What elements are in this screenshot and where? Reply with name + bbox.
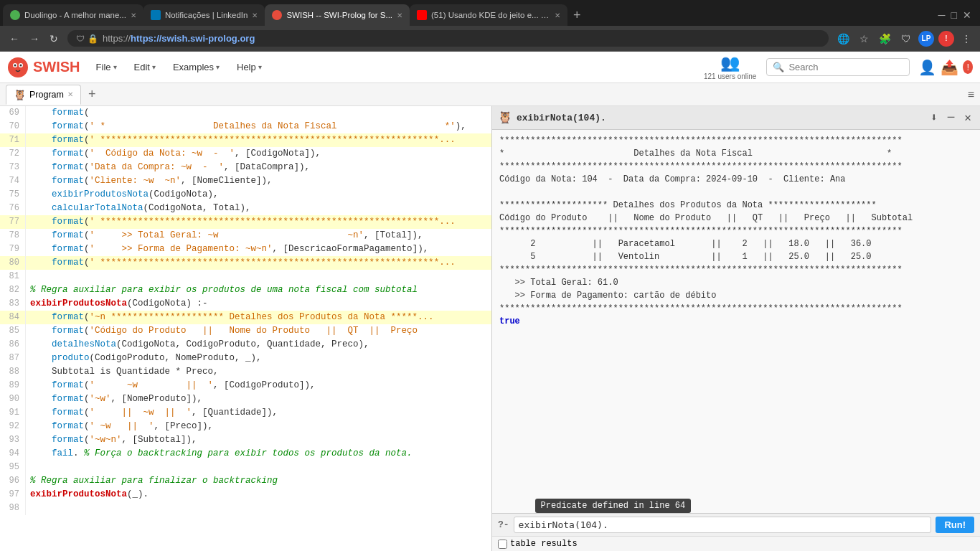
tab-favicon-duolingo xyxy=(10,10,20,20)
code-line-89: 89 format(' ~w || ', [CodigoProduto]), xyxy=(0,379,491,392)
new-tab-button[interactable]: + xyxy=(567,8,587,23)
output-sep3: ****************************************… xyxy=(499,226,903,236)
code-line-91: 91 format(' || ~w || ', [Quantidade]), xyxy=(0,406,491,420)
results-bar: table results xyxy=(492,536,980,551)
menu-file[interactable]: File ▾ xyxy=(89,59,124,75)
browser-chrome: Duolingo - A melhor mane... ✕ Notificaçõ… xyxy=(0,0,980,52)
nav-buttons: ← → ↻ xyxy=(6,32,62,46)
code-line-77: 77 format(' ****************************… xyxy=(0,215,491,229)
url-bar[interactable]: 🛡 🔒 https://https://swish.swi-prolog.org xyxy=(67,30,829,47)
code-line-92: 92 format(' ~w || ', [Preco]), xyxy=(0,420,491,433)
users-widget[interactable]: 👥 121 users online xyxy=(704,54,756,80)
tab-swish[interactable]: SWISH -- SWI-Prolog for S... ✕ xyxy=(265,4,410,26)
code-editor[interactable]: 69 format( 70 format(' * Detalhes da Not… xyxy=(0,106,492,551)
notification-badge[interactable]: ! xyxy=(938,31,954,47)
menu-help[interactable]: Help ▾ xyxy=(230,59,269,75)
output-sep1: ****************************************… xyxy=(499,136,903,146)
profile-button[interactable]: LP xyxy=(918,31,934,47)
menu-icon[interactable]: ⋮ xyxy=(958,32,974,46)
tab-duolingo[interactable]: Duolingo - A melhor mane... ✕ xyxy=(3,4,143,26)
code-line-78: 78 format(' >> Total Geral: ~w ~n', [Tot… xyxy=(0,229,491,242)
search-input[interactable] xyxy=(788,62,909,72)
output-minimize-btn[interactable]: ─ xyxy=(945,110,958,126)
query-input[interactable] xyxy=(514,517,932,533)
run-button[interactable]: Run! xyxy=(936,517,974,533)
lock-icon: 🔒 xyxy=(88,34,98,44)
tab-label-youtube: (51) Usando KDE do jeito e... REPRODUZIN… xyxy=(431,11,550,19)
tab-bar: Duolingo - A melhor mane... ✕ Notificaçõ… xyxy=(0,0,980,26)
minimize-icon[interactable]: ─ xyxy=(938,9,946,21)
code-line-94: 94 fail. % Força o backtracking para exi… xyxy=(0,447,491,461)
menu-examples[interactable]: Examples ▾ xyxy=(166,59,227,75)
code-line-82: 82 % Regra auxiliar para exibir os produ… xyxy=(0,283,491,297)
users-icon: 👥 xyxy=(720,54,740,72)
url-security-icons: 🛡 🔒 xyxy=(76,34,98,44)
code-line-69: 69 format( xyxy=(0,106,491,120)
output-sep5: ****************************************… xyxy=(499,303,903,314)
edit-caret-icon: ▾ xyxy=(152,63,156,71)
tab-youtube[interactable]: (51) Usando KDE do jeito e... REPRODUZIN… xyxy=(410,4,567,26)
code-area[interactable]: 69 format( 70 format(' * Detalhes da Not… xyxy=(0,106,491,551)
close-icon[interactable]: ✕ xyxy=(963,9,971,21)
tab-close-swish[interactable]: ✕ xyxy=(397,11,402,19)
predicate-tooltip: Predicate defined in line 64 xyxy=(535,499,692,513)
tab-close-duolingo[interactable]: ✕ xyxy=(131,11,136,19)
code-line-79: 79 format(' >> Forma de Pagamento: ~w~n'… xyxy=(0,242,491,256)
output-sep2: ****************************************… xyxy=(499,161,903,171)
table-results-checkbox[interactable]: table results xyxy=(498,539,578,549)
output-header-line: * Detalhes da Nota Fiscal * xyxy=(499,149,892,159)
swish-owl-icon xyxy=(7,57,29,78)
main-content: 69 format( 70 format(' * Detalhes da Not… xyxy=(0,106,980,551)
code-line-76: 76 calcularTotalNota(CodigoNota, Total), xyxy=(0,202,491,215)
tab-label-linkedin: Notificações | LinkedIn xyxy=(165,11,248,19)
maximize-icon[interactable]: □ xyxy=(951,9,957,21)
tab-program-close[interactable]: ✕ xyxy=(67,90,73,98)
code-line-83: 83 exibirProdutosNota(CodigoNota) :- xyxy=(0,297,491,311)
code-line-88: 88 Subtotal is Quantidade * Preco, xyxy=(0,365,491,379)
swish-brand: SWISH xyxy=(33,59,80,75)
output-products-sep: ********************* Detalhes dos Produ… xyxy=(499,200,877,210)
output-close-btn[interactable]: ✕ xyxy=(961,109,974,126)
add-file-button[interactable]: + xyxy=(84,87,100,102)
user-avatar-icon[interactable]: 👤 xyxy=(918,59,936,76)
alert-icon[interactable]: ! xyxy=(963,60,973,74)
tab-linkedin[interactable]: Notificações | LinkedIn ✕ xyxy=(143,4,265,26)
code-line-90: 90 format('~w', [NomeProduto]), xyxy=(0,392,491,406)
back-button[interactable]: ← xyxy=(6,32,23,46)
tab-close-linkedin[interactable]: ✕ xyxy=(252,11,258,19)
shield-ext-icon[interactable]: 🛡 xyxy=(898,32,914,46)
forward-button[interactable]: → xyxy=(26,32,43,46)
output-download-btn[interactable]: ⬇ xyxy=(928,109,941,126)
swish-app: SWISH File ▾ Edit ▾ Examples ▾ Help ▾ 👥 … xyxy=(0,52,980,551)
query-input-wrap: Predicate defined in line 64 xyxy=(514,517,932,533)
share-icon[interactable]: 📤 xyxy=(941,59,958,76)
extensions-icon[interactable]: 🧩 xyxy=(876,32,894,46)
users-count: 121 users online xyxy=(704,72,756,80)
tab-close-youtube[interactable]: ✕ xyxy=(555,11,560,19)
star-icon[interactable]: ☆ xyxy=(857,32,872,46)
output-header: 🦉 exibirNota(104). ⬇ ─ ✕ xyxy=(492,106,980,130)
file-tab-program[interactable]: 🦉 Program ✕ xyxy=(6,85,81,105)
code-line-81: 81 xyxy=(0,270,491,283)
output-owl-icon: 🦉 xyxy=(498,110,512,125)
code-line-73: 73 format('Data da Compra: ~w - ', [Data… xyxy=(0,161,491,174)
code-line-93: 93 format('~w~n', [Subtotal]), xyxy=(0,433,491,447)
menu-edit[interactable]: Edit ▾ xyxy=(127,59,163,75)
svg-point-0 xyxy=(8,57,28,77)
output-product1: 2 || Paracetamol || 2 || 18.0 || 36.0 xyxy=(499,239,871,249)
program-icon: 🦉 xyxy=(14,89,26,100)
translate-icon[interactable]: 🌐 xyxy=(834,32,852,46)
url-text: https://https://swish.swi-prolog.org xyxy=(103,33,820,44)
code-line-84: 84 format('~n ********************* Deta… xyxy=(0,311,491,324)
table-results-input[interactable] xyxy=(498,540,507,549)
output-table-header: Código do Produto || Nome do Produto || … xyxy=(499,213,913,223)
reload-button[interactable]: ↻ xyxy=(46,32,62,46)
output-info-line: Código da Nota: 104 - Data da Compra: 20… xyxy=(499,174,845,184)
file-tab-label: Program xyxy=(29,90,64,100)
code-line-87: 87 produto(CodigoProduto, NomeProduto, _… xyxy=(0,352,491,365)
tabs-menu-button[interactable]: ≡ xyxy=(968,88,974,101)
browser-right-icons: 🌐 ☆ 🧩 🛡 LP ! ⋮ xyxy=(834,31,974,47)
address-bar: ← → ↻ 🛡 🔒 https://https://swish.swi-prol… xyxy=(0,26,980,52)
search-box[interactable]: 🔍 xyxy=(766,58,910,76)
output-true: true xyxy=(499,316,520,326)
